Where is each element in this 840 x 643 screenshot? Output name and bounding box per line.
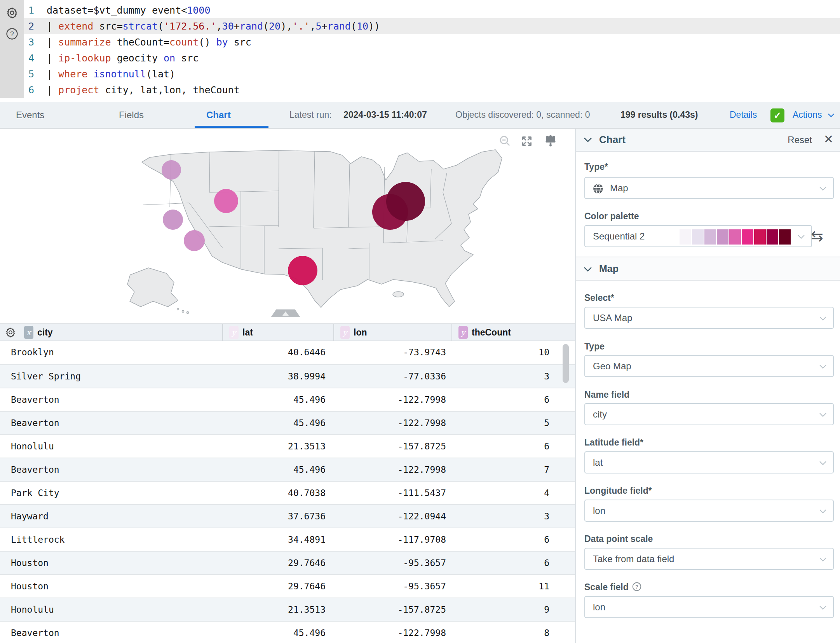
y-axis-badge-lon[interactable]: y [340,326,350,339]
palette-swatch [717,229,728,245]
data-point-scale-select[interactable]: Take from data field [584,548,834,570]
table-cell: Silver Spring [11,365,81,388]
table-cell: Littlerock [11,528,64,551]
close-icon[interactable]: × [824,129,833,151]
help-icon[interactable]: ? [5,27,19,42]
table-row[interactable]: Park City40.7038-111.54374 [0,481,575,504]
table-cell: 40.7038 [222,482,329,504]
y-axis-badge-lat[interactable]: y [229,326,239,339]
table-row[interactable]: Beaverton45.496-122.79987 [0,458,575,481]
scale-field-help-icon[interactable]: ? [632,582,642,594]
table-cell: 11 [451,575,571,598]
map-bubble-littlerock[interactable] [184,230,205,251]
table-row[interactable]: Beaverton45.496-122.79985 [0,411,575,434]
map-bubble-brooklyn[interactable] [386,182,425,221]
details-check-icon[interactable]: ✓ [770,108,784,122]
query-editor[interactable]: ? 1dataset=$vt_dummy event<10002| extend… [0,0,840,102]
map-bubble-park-city[interactable] [214,189,238,213]
map-select-value: USA Map [593,308,632,328]
map-type-select[interactable]: Geo Map [584,355,834,377]
table-cell: 38.9994 [222,365,329,388]
chevron-down-icon [797,234,805,241]
code-line[interactable]: 1dataset=$vt_dummy event<1000 [24,2,840,18]
reverse-palette-icon[interactable]: ⇆ [811,225,823,247]
color-palette-label: Color palette [584,211,639,222]
code-line[interactable]: 6| project city, lat,lon, theCount [24,82,840,98]
table-settings-icon[interactable] [5,327,16,340]
table-cell: Beaverton [11,458,59,481]
chevron-down-icon[interactable] [584,137,592,144]
name-field-select[interactable]: city [584,403,834,425]
map-section-header[interactable]: Map [576,257,840,281]
table-cell: 3 [451,505,571,528]
results-count-text: 199 results (0.43s) [620,102,698,128]
actions-menu[interactable]: Actions [793,102,835,128]
latest-run-label: Latest run: [289,102,332,128]
details-link[interactable]: Details [730,102,757,128]
palette-swatch [692,229,704,245]
column-header-lon[interactable]: lon [354,324,367,341]
code-line[interactable]: 4| ip-lookup geocity on src [24,50,840,66]
color-palette-select[interactable]: Sequential 2 [584,225,812,247]
scale-field-value: lon [593,597,605,617]
tab-chart[interactable]: Chart [206,102,231,128]
name-field-value: city [593,404,607,425]
chart-type-select[interactable]: Map [584,177,834,199]
chevron-down-icon [584,267,592,274]
column-header-lat[interactable]: lat [242,324,253,341]
table-row[interactable]: Hayward37.6736-122.09443 [0,504,575,528]
table-row[interactable]: Honolulu21.3513-157.87259 [0,598,575,621]
table-row[interactable]: Houston29.7646-95.365711 [0,574,575,598]
table-cell: 21.3513 [222,435,329,458]
y-axis-badge-thecount[interactable]: y [458,326,468,339]
reset-button[interactable]: Reset [788,129,812,151]
results-tabbar: Events Fields Chart Latest run: 2024-03-… [0,102,840,129]
x-axis-badge[interactable]: x [24,326,33,339]
table-row[interactable]: Beaverton45.496-122.79988 [0,621,575,643]
chevron-down-icon [819,186,827,193]
map-bubble-beaverton[interactable] [162,160,181,180]
name-field-label: Name field [584,389,629,400]
line-number: 3 [24,34,34,50]
table-cell: 4 [451,482,571,504]
code-lines[interactable]: 1dataset=$vt_dummy event<10002| extend s… [24,2,840,98]
map-bubble-hayward[interactable] [163,210,183,230]
table-scrollbar[interactable] [563,344,569,383]
table-cell: 45.496 [222,458,329,481]
table-cell: -157.8725 [333,435,451,458]
map-section-title: Map [599,257,619,280]
longitude-field-select[interactable]: lon [584,500,834,522]
table-row[interactable]: Houston29.7646-95.36576 [0,551,575,574]
table-cell: -95.3657 [333,575,451,598]
map-select[interactable]: USA Map [584,307,834,329]
table-row[interactable]: Honolulu21.3513-157.87256 [0,434,575,458]
code-line[interactable]: 3| summarize theCount=count() by src [24,34,840,50]
column-header-thecount[interactable]: theCount [472,324,511,341]
tab-events[interactable]: Events [16,102,44,128]
table-row[interactable]: Brooklyn40.6446-73.974310 [0,341,575,364]
longitude-field-label: Longitude field* [584,485,652,496]
column-divider [333,324,334,341]
column-header-city[interactable]: city [37,324,53,341]
table-row[interactable]: Silver Spring38.9994-77.03363 [0,364,575,388]
table-cell: -122.7998 [333,412,451,434]
table-cell: -122.0944 [333,505,451,528]
tab-fields[interactable]: Fields [119,102,144,128]
code-line[interactable]: 5| where isnotnull(lat) [24,66,840,82]
settings-icon[interactable] [5,6,19,21]
table-cell: -122.7998 [333,388,451,411]
latitude-field-select[interactable]: lat [584,451,834,474]
map-bubble-houston[interactable] [288,256,317,285]
table-cell: 7 [451,458,571,481]
table-cell: 6 [451,528,571,551]
code-line[interactable]: 2| extend src=strcat('172.56.',30+rand(2… [24,18,840,34]
select-map-label: Select* [584,292,614,303]
table-row[interactable]: Littlerock34.4891-117.97086 [0,528,575,551]
table-row[interactable]: Beaverton45.496-122.79986 [0,388,575,411]
data-point-scale-label: Data point scale [584,533,653,544]
table-cell: 6 [451,435,571,458]
usa-map[interactable] [113,146,575,317]
scale-field-select[interactable]: lon [584,596,834,618]
objects-discovered-text: Objects discovered: 0, scanned: 0 [455,102,590,128]
table-cell: -73.9743 [333,341,451,363]
